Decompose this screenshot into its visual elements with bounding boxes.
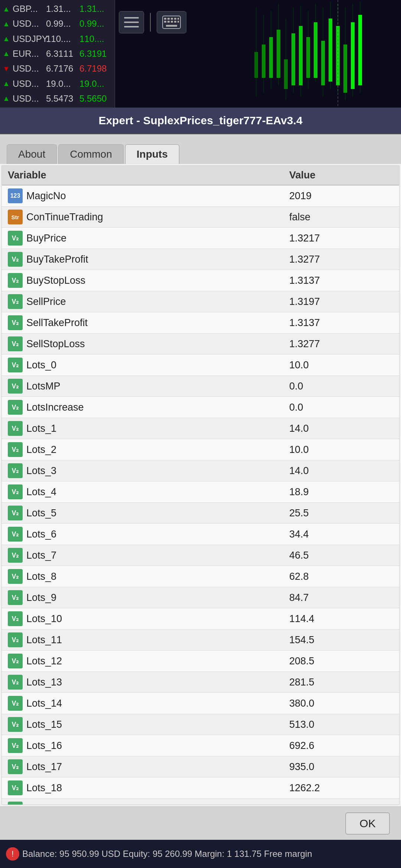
variable-value: 114.4 — [289, 613, 393, 625]
market-row: ▲USD...0.99...0.99... — [0, 17, 115, 31]
svg-rect-31 — [321, 41, 325, 85]
variable-name: BuyPrice — [26, 233, 289, 244]
variable-type-icon: V₂ — [8, 421, 23, 436]
variable-name: ConTinueTrading — [26, 211, 289, 223]
variable-name: Lots_10 — [26, 613, 289, 625]
table-row[interactable]: V₂Lots_14380.0 — [2, 693, 399, 714]
table-row[interactable]: V₂LotsMP0.0 — [2, 376, 399, 397]
variable-name: Lots_8 — [26, 571, 289, 582]
variable-type-icon: V₂ — [8, 759, 23, 774]
table-row[interactable]: V₂LotsIncrease0.0 — [2, 397, 399, 418]
table-row[interactable]: V₂Lots_114.0 — [2, 418, 399, 439]
tab-inputs[interactable]: Inputs — [125, 144, 179, 164]
variable-name: BuyStopLoss — [26, 275, 289, 286]
variable-value: 0.0 — [289, 381, 393, 392]
table-row[interactable]: V₂Lots_15513.0 — [2, 714, 399, 735]
variable-value: 1.3137 — [289, 275, 393, 286]
variable-value: 281.5 — [289, 677, 393, 688]
market-bid: 19.0... — [46, 79, 79, 89]
variable-value: 34.4 — [289, 529, 393, 540]
market-bid: 6.3111 — [46, 49, 79, 59]
variable-value: 62.8 — [289, 571, 393, 582]
column-variable: Variable — [8, 170, 289, 181]
svg-rect-29 — [314, 22, 317, 78]
variable-name: Lots_4 — [26, 486, 289, 498]
ok-button[interactable]: OK — [345, 812, 390, 835]
status-icon: ! — [6, 847, 19, 861]
svg-rect-39 — [351, 22, 355, 89]
variable-value: 513.0 — [289, 719, 393, 730]
table-row[interactable]: V₂Lots_10114.4 — [2, 608, 399, 629]
svg-rect-15 — [262, 45, 265, 78]
market-ask: 0.99... — [79, 19, 109, 29]
variable-type-icon: V₂ — [8, 569, 23, 584]
table-row[interactable]: V₂Lots_13281.5 — [2, 672, 399, 693]
variable-value: false — [289, 211, 393, 223]
variable-value: 84.7 — [289, 592, 393, 604]
table-row[interactable]: StrConTinueTradingfalse — [2, 207, 399, 228]
expert-titlebar: Expert - SuplexPrices_tiger777-EAv3.4 — [0, 108, 401, 134]
variable-value: 1704.0 — [289, 803, 393, 805]
variable-name: SellStopLoss — [26, 338, 289, 350]
table-row[interactable]: V₂BuyStopLoss1.3137 — [2, 270, 399, 291]
table-rows: 123MagicNo2019StrConTinueTradingfalseV₂B… — [2, 185, 399, 805]
table-row[interactable]: V₂Lots_418.9 — [2, 481, 399, 503]
table-row[interactable]: 123MagicNo2019 — [2, 185, 399, 207]
table-row[interactable]: V₂Lots_525.5 — [2, 503, 399, 524]
variable-value: 0.0 — [289, 402, 393, 413]
arrow-up-icon: ▲ — [2, 35, 10, 43]
table-row[interactable]: V₂Lots_314.0 — [2, 460, 399, 481]
variable-name: LotsIncrease — [26, 402, 289, 413]
table-row[interactable]: V₂Lots_010.0 — [2, 355, 399, 376]
table-row[interactable]: V₂Lots_11154.5 — [2, 629, 399, 651]
variable-type-icon: 123 — [8, 188, 23, 203]
tab-common[interactable]: Common — [58, 144, 124, 164]
status-bar: ! Balance: 95 950.99 USD Equity: 95 260.… — [0, 840, 401, 868]
dialog-footer: OK — [0, 806, 401, 840]
table-row[interactable]: V₂Lots_862.8 — [2, 566, 399, 587]
variable-name: MagicNo — [26, 190, 289, 202]
market-bid: 6.7176 — [46, 63, 79, 74]
variable-type-icon: Str — [8, 210, 23, 224]
variable-type-icon: V₂ — [8, 590, 23, 605]
market-row: ▼USD...6.71766.7198 — [0, 62, 115, 76]
variable-name: SellPrice — [26, 296, 289, 308]
table-row[interactable]: V₂Lots_984.7 — [2, 587, 399, 608]
inputs-table[interactable]: Variable Value 123MagicNo2019StrConTinue… — [1, 165, 400, 805]
svg-rect-27 — [306, 37, 310, 78]
variable-name: Lots_11 — [26, 634, 289, 646]
table-row[interactable]: V₂SellPrice1.3197 — [2, 291, 399, 312]
variable-type-icon: V₂ — [8, 231, 23, 246]
table-row[interactable]: V₂Lots_16692.6 — [2, 735, 399, 756]
market-bid: 110.... — [46, 34, 79, 44]
table-row[interactable]: V₂Lots_17935.0 — [2, 756, 399, 777]
table-row[interactable]: V₂SellStopLoss1.3277 — [2, 333, 399, 355]
variable-value: 25.5 — [289, 507, 393, 519]
table-row[interactable]: V₂Lots_181262.2 — [2, 777, 399, 799]
variable-name: Lots_9 — [26, 592, 289, 604]
variable-name: Lots_7 — [26, 550, 289, 561]
table-row[interactable]: V₂Lots_634.4 — [2, 524, 399, 545]
svg-rect-19 — [277, 30, 280, 78]
variable-type-icon: V₂ — [8, 548, 23, 563]
market-ask: 1.31... — [79, 4, 109, 14]
table-row[interactable]: V₂BuyTakeProfit1.3277 — [2, 249, 399, 270]
table-row[interactable]: V₂BuyPrice1.3217 — [2, 228, 399, 249]
tab-about[interactable]: About — [7, 144, 57, 164]
market-symbol: USD... — [13, 79, 46, 89]
variable-value: 1.3137 — [289, 317, 393, 329]
variable-value: 14.0 — [289, 423, 393, 434]
table-row[interactable]: V₂SellTakeProfit1.3137 — [2, 312, 399, 333]
table-row[interactable]: V₂Lots_12208.5 — [2, 651, 399, 672]
variable-type-icon: V₂ — [8, 654, 23, 668]
svg-rect-23 — [291, 33, 295, 85]
variable-value: 10.0 — [289, 359, 393, 371]
variable-type-icon: V₂ — [8, 484, 23, 499]
market-bid: 1.31... — [46, 4, 79, 14]
table-row[interactable]: V₂Lots_191704.0 — [2, 799, 399, 805]
variable-value: 380.0 — [289, 698, 393, 709]
table-row[interactable]: V₂Lots_746.5 — [2, 545, 399, 566]
variable-value: 2019 — [289, 190, 393, 202]
table-row[interactable]: V₂Lots_210.0 — [2, 439, 399, 460]
status-text: Balance: 95 950.99 USD Equity: 95 260.99… — [22, 849, 312, 859]
